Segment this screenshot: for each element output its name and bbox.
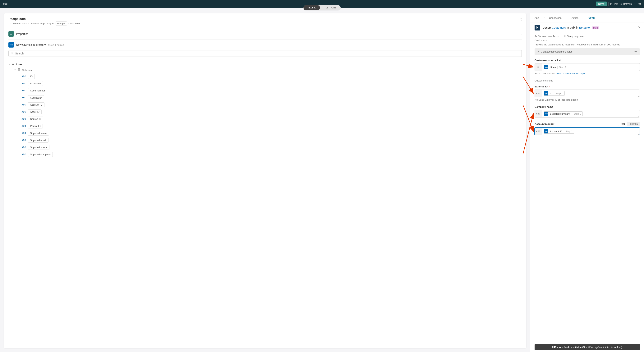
resize-handle[interactable] xyxy=(637,133,639,134)
box-icon: box xyxy=(544,65,548,69)
divider xyxy=(608,2,608,6)
field-help: NetSuite External ID of record to upsert xyxy=(534,98,640,101)
close-icon[interactable]: ✕ xyxy=(638,26,640,29)
schema-field[interactable]: ABCSupplied phone xyxy=(21,144,522,151)
arrow-icon: → xyxy=(565,16,568,20)
gear-icon xyxy=(610,3,612,5)
show-optional-link[interactable]: Show optional fields xyxy=(534,35,558,38)
account-number-input[interactable]: ABC box Account ID Step 1 xyxy=(534,128,640,135)
resize-handle[interactable] xyxy=(637,115,639,117)
expand-collapse-icon[interactable] xyxy=(520,18,522,21)
bc-action[interactable]: Action xyxy=(572,16,578,19)
svg-point-6 xyxy=(11,52,12,54)
svg-rect-14 xyxy=(19,70,20,70)
abc-icon: ABC xyxy=(21,82,26,84)
box-icon: box xyxy=(544,91,548,96)
refresh-button[interactable]: Refresh xyxy=(620,2,632,5)
tab-test-jobs[interactable]: TEST JOBS xyxy=(320,5,340,10)
dots-icon[interactable]: ••• xyxy=(634,50,638,53)
netsuite-icon: N xyxy=(534,25,540,30)
refresh-label: Refresh xyxy=(623,2,632,5)
schema-field[interactable]: ABCCase number xyxy=(21,87,522,94)
bc-setup[interactable]: Setup xyxy=(588,16,595,20)
account-id-datapill[interactable]: box Account ID Step 1 xyxy=(544,129,574,134)
schema-field[interactable]: ABCAccount ID xyxy=(21,101,522,108)
group-map-link[interactable]: Group map data xyxy=(564,35,584,38)
schema-field[interactable]: ABCID xyxy=(21,73,522,80)
bc-app[interactable]: App xyxy=(534,16,539,19)
id-datapill[interactable]: box ID Step 1 xyxy=(544,91,565,96)
breadcrumbs: App → Connection → Action → Setup xyxy=(530,14,644,22)
resize-handle[interactable] xyxy=(637,95,639,97)
source-list-input[interactable]: box Lines Step 1 xyxy=(534,63,640,71)
schema-field[interactable]: ABCSupplied email xyxy=(21,137,522,144)
box-icon: box xyxy=(544,129,548,134)
list-icon xyxy=(8,31,14,36)
collapse-label: Collapse all customers fields xyxy=(541,50,572,53)
schema-field[interactable]: ABCIs deleted xyxy=(21,80,522,87)
svg-rect-16 xyxy=(564,36,564,37)
columns-node[interactable]: Columns xyxy=(22,69,32,72)
field-label: Account number xyxy=(534,122,554,126)
close-icon xyxy=(633,3,636,5)
svg-line-7 xyxy=(12,54,13,54)
lines-node[interactable]: Lines xyxy=(16,63,22,66)
step1-row[interactable]: box New CSV file in directory (Step 1 ou… xyxy=(8,40,522,50)
save-button[interactable]: Save xyxy=(596,2,607,6)
arrow-icon: → xyxy=(582,16,585,20)
mode-toggle[interactable]: Text Formula xyxy=(618,122,640,126)
svg-point-15 xyxy=(536,36,536,36)
text-mode[interactable]: Text xyxy=(618,122,627,126)
svg-rect-13 xyxy=(18,70,19,70)
schema-field[interactable]: ABCSource ID xyxy=(21,116,522,122)
schema-field[interactable]: ABCParent ID xyxy=(21,122,522,130)
abc-icon: ABC xyxy=(21,139,26,141)
more-fields-banner: 246 more fields available (See Show opti… xyxy=(534,344,640,350)
caret-down-icon[interactable]: ▼ xyxy=(14,69,16,71)
lines-datapill[interactable]: box Lines Step 1 xyxy=(544,65,568,70)
tab-recipe[interactable]: RECIPE xyxy=(304,5,320,10)
eye-icon xyxy=(534,35,537,38)
external-id-input[interactable]: ABC box ID Step 1 xyxy=(534,90,640,97)
collapse-bar[interactable]: ▼ Collapse all customers fields ••• xyxy=(534,48,640,55)
search-input[interactable] xyxy=(8,50,522,57)
box-icon: box xyxy=(8,42,14,48)
bc-connection[interactable]: Connection xyxy=(549,16,562,19)
properties-row[interactable]: Properties › xyxy=(8,28,522,40)
field-label: Customers source list xyxy=(534,59,561,62)
supplied-company-datapill[interactable]: box Supplied company Step 1 xyxy=(544,112,583,116)
abc-icon: ABC xyxy=(21,111,26,113)
exit-button[interactable]: Exit xyxy=(633,2,641,5)
field-label: Company name xyxy=(534,106,553,108)
schema-field[interactable]: ABCContact ID xyxy=(21,94,522,101)
list-input-link[interactable]: Learn more about list input xyxy=(556,72,585,75)
resize-handle[interactable] xyxy=(637,68,639,70)
properties-label: Properties xyxy=(16,32,28,36)
svg-rect-17 xyxy=(565,36,565,37)
abc-icon: ABC xyxy=(536,130,540,132)
text-cursor xyxy=(576,130,576,133)
customers-heading: Customers xyxy=(534,40,640,42)
chevron-down-icon xyxy=(520,43,522,46)
schema-field[interactable]: ABCAsset ID xyxy=(21,108,522,116)
abc-icon: ABC xyxy=(21,90,26,92)
setup-panel: App → Connection → Action → Setup N Upse… xyxy=(530,14,644,352)
abc-icon: ABC xyxy=(21,146,26,148)
schema-field[interactable]: ABCSupplied company xyxy=(21,151,522,158)
exit-label: Exit xyxy=(637,2,641,5)
abc-icon: ABC xyxy=(21,125,26,127)
field-label: External ID xyxy=(534,85,548,88)
test-label: Test xyxy=(614,2,618,5)
company-name-input[interactable]: ABC box Supplied company Step 1 xyxy=(534,110,640,118)
test-button[interactable]: Test xyxy=(610,2,618,5)
svg-rect-11 xyxy=(18,69,19,70)
schema-field[interactable]: ABCSupplied name xyxy=(21,130,522,137)
box-icon: box xyxy=(544,112,548,116)
abc-icon: ABC xyxy=(536,92,540,94)
caret-down-icon[interactable]: ▼ xyxy=(8,63,10,65)
search-icon xyxy=(10,52,13,55)
formula-mode[interactable]: Formula xyxy=(627,122,640,126)
bulk-badge: Bulk xyxy=(592,26,599,29)
abc-icon: ABC xyxy=(21,75,26,78)
abc-icon: ABC xyxy=(21,154,26,156)
